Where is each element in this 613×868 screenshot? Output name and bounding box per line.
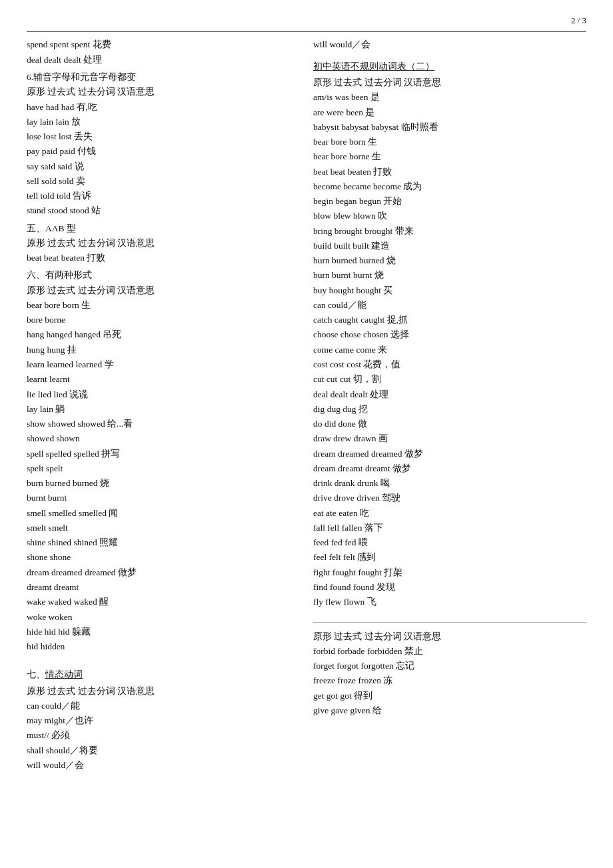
left-entry: deal dealt dealt 处理 [27, 53, 293, 67]
right-entry: cut cut cut 切，割 [313, 372, 586, 387]
modal-entry: must// 必须 [27, 728, 293, 743]
right-entry: fall fell fallen 落下 [313, 521, 586, 535]
left-entry: say said said 说 [27, 159, 293, 174]
left-entry: burnt burnt [27, 491, 293, 505]
modal-entry: may might／也许 [27, 713, 293, 728]
section3-entry: get got got 得到 [313, 689, 586, 703]
left-entry: hung hung 挂 [27, 343, 293, 357]
right-entry: dig dug dug 挖 [313, 402, 586, 417]
left-column: spend spent spent 花费deal dealt dealt 处理6… [27, 37, 306, 773]
left-entry: 原形 过去式 过去分词 汉语意思 [27, 85, 293, 99]
right-entry: choose chose chosen 选择 [313, 327, 586, 342]
section3-entry: forbid forbade forbidden 禁止 [313, 644, 586, 659]
left-entry: show showed showed 给...看 [27, 417, 293, 431]
right-entries: am/is was been 是are were been 是babysit b… [313, 90, 586, 609]
left-entry: hid hidden [27, 639, 293, 654]
right-entry: catch caught caught 捉,抓 [313, 313, 586, 327]
right-entry: find found found 发现 [313, 580, 586, 595]
left-entry: beat beat beaten 打败 [27, 251, 293, 265]
right-entry: draw drew drawn 画 [313, 431, 586, 446]
modal-entry: will would／会 [27, 758, 293, 773]
left-entry: have had had 有,吃 [27, 100, 293, 115]
right-entry: build built built 建造 [313, 239, 586, 253]
right-entry: drive drove driven 驾驶 [313, 491, 586, 505]
right-entry: deal dealt dealt 处理 [313, 387, 586, 402]
left-entry: sell sold sold 卖 [27, 174, 293, 189]
right-entry: eat ate eaten 吃 [313, 506, 586, 521]
right-entry: burn burned burned 烧 [313, 253, 586, 268]
right-entry: fight fought fought 打架 [313, 565, 586, 580]
left-entry: dream dreamed dreamed 做梦 [27, 565, 293, 580]
left-entry: bear bore born 生 [27, 298, 293, 313]
left-entry: bore borne [27, 313, 293, 327]
left-entry: lose lost lost 丢失 [27, 129, 293, 144]
right-entry: begin began begun 开始 [313, 194, 586, 209]
left-entry: pay paid paid 付钱 [27, 144, 293, 159]
modal-entry: can could／能 [27, 699, 293, 713]
top-divider [27, 31, 586, 32]
section3-entry: freeze froze frozen 冻 [313, 673, 586, 688]
left-entry: spell spelled spelled 拼写 [27, 447, 293, 461]
left-entry: showed shown [27, 431, 293, 446]
left-entry: learn learned learned 学 [27, 357, 293, 372]
section3-entry: forget forgot forgotten 忘记 [313, 659, 586, 673]
left-entry: lay lain lain 放 [27, 115, 293, 129]
right-entry: bear bore born 生 [313, 135, 586, 149]
right-entry: feel felt felt 感到 [313, 550, 586, 565]
left-entry: hide hid hid 躲藏 [27, 625, 293, 639]
right-entry: blow blew blown 吹 [313, 209, 586, 223]
right-entry: dream dreamed dreamed 做梦 [313, 447, 586, 461]
left-entry: burn burned burned 烧 [27, 476, 293, 491]
left-entry: shine shined shined 照耀 [27, 535, 293, 550]
right-entry: are were been 是 [313, 105, 586, 120]
left-entry: smell smelled smelled 闻 [27, 506, 293, 521]
left-entries: spend spent spent 花费deal dealt dealt 处理6… [27, 37, 293, 654]
section2-title: 初中英语不规则动词表（二） [313, 59, 586, 74]
left-entry: lay lain 躺 [27, 402, 293, 417]
left-entry: 六、有两种形式 [27, 268, 293, 283]
right-entry: bear bore borne 生 [313, 149, 586, 164]
page-number: 2 / 3 [27, 13, 586, 27]
left-entry: shone shone [27, 550, 293, 565]
left-entry: spend spent spent 花费 [27, 37, 293, 52]
right-entry: beat beat beaten 打败 [313, 165, 586, 179]
left-entry: lie lied lied 说谎 [27, 387, 293, 402]
right-entry: can could／能 [313, 298, 586, 313]
section3-header: 原形 过去式 过去分词 汉语意思 [313, 629, 586, 644]
modal-title: 七、情态动词 [27, 667, 293, 682]
right-entry: fly flew flown 飞 [313, 595, 586, 609]
left-entry: 原形 过去式 过去分词 汉语意思 [27, 236, 293, 251]
left-entry: wake waked waked 醒 [27, 595, 293, 609]
left-entry: hang hanged hanged 吊死 [27, 327, 293, 342]
right-entry: become became become 成为 [313, 179, 586, 194]
right-entry: drink drank drunk 喝 [313, 476, 586, 491]
main-content: spend spent spent 花费deal dealt dealt 处理6… [27, 37, 586, 773]
left-entry: 五、AAB 型 [27, 221, 293, 236]
modal-entries: 原形 过去式 过去分词 汉语意思can could／能may might／也许m… [27, 684, 293, 773]
right-entry: babysit babysat babysat 临时照看 [313, 120, 586, 135]
section3-entry: give gave given 给 [313, 703, 586, 718]
will-would: will would／会 [313, 37, 586, 52]
section3-entries: forbid forbade forbidden 禁止forget forgot… [313, 644, 586, 718]
right-entry: burn burnt burnt 烧 [313, 268, 586, 283]
right-entry: am/is was been 是 [313, 90, 586, 105]
left-entry: learnt learnt [27, 372, 293, 387]
right-entry: buy bought bought 买 [313, 283, 586, 298]
modal-section: 七、情态动词 原形 过去式 过去分词 汉语意思can could／能may mi… [27, 667, 293, 773]
left-entry: smelt smelt [27, 521, 293, 535]
left-entry: tell told told 告诉 [27, 189, 293, 203]
left-entry: 6.辅音字母和元音字母都变 [27, 70, 293, 85]
right-entry: dream dreamt dreamt 做梦 [313, 461, 586, 476]
right-divider [313, 622, 586, 623]
section2-header: 原形 过去式 过去分词 汉语意思 [313, 75, 586, 90]
right-column: will would／会 初中英语不规则动词表（二） 原形 过去式 过去分词 汉… [306, 37, 586, 773]
left-entry: 原形 过去式 过去分词 汉语意思 [27, 283, 293, 298]
right-entry: bring brought brought 带来 [313, 224, 586, 239]
right-entry: cost cost cost 花费，值 [313, 357, 586, 372]
modal-entry: 原形 过去式 过去分词 汉语意思 [27, 684, 293, 699]
modal-entry: shall should／将要 [27, 743, 293, 758]
left-entry: woke woken [27, 610, 293, 625]
left-entry: dreamt dreamt [27, 580, 293, 595]
right-entry: do did done 做 [313, 417, 586, 431]
left-entry: spelt spelt [27, 461, 293, 476]
